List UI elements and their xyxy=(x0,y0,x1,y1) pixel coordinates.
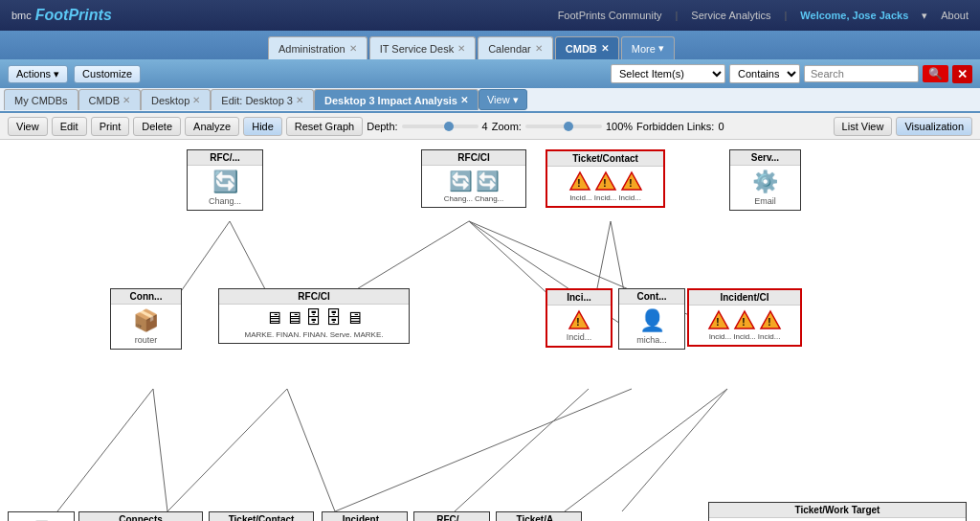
svg-text:!: ! xyxy=(768,317,770,328)
tab-it-service-desk[interactable]: IT Service Desk ✕ xyxy=(369,36,476,59)
visualization-label: Visualization xyxy=(904,121,964,132)
depth-slider[interactable] xyxy=(402,125,479,128)
node-bottom-ticket-a[interactable]: Ticket/A... 👤 xyxy=(496,511,582,521)
node-bottom-connects[interactable]: Connects 🖥 🖥 🗄 xyxy=(78,511,203,521)
tab-my-cmdbs[interactable]: My CMDBs xyxy=(4,89,78,110)
node-inci1-label: Incid... xyxy=(567,332,592,342)
router-icon: 📦 xyxy=(133,308,159,333)
node-b5-title: RFC/... xyxy=(414,512,489,521)
tab-it-service-desk-close[interactable]: ✕ xyxy=(457,43,465,54)
welcome-user[interactable]: Welcome, Jose Jacks xyxy=(800,10,908,21)
delete-button-label: Delete xyxy=(142,121,172,132)
label-serve1: Serve. xyxy=(330,330,352,339)
node-incident-ci1[interactable]: Incident/CI ! ! ! Incid... Incid... Inci… xyxy=(687,288,802,347)
search-item-select[interactable]: Select Item(s) xyxy=(611,64,725,83)
actions-button[interactable]: Actions ▾ xyxy=(8,65,68,83)
main-navigation-tabs: Administration ✕ IT Service Desk ✕ Calen… xyxy=(0,31,980,59)
node-bottom-rfc[interactable]: RFC/... 🔄 xyxy=(413,511,490,521)
node-cont1[interactable]: Cont... 👤 micha... xyxy=(618,288,685,350)
search-clear-button[interactable]: ✕ xyxy=(952,65,972,83)
search-input[interactable] xyxy=(804,65,919,82)
node-incident-ci1-labels: Incid... Incid... Incid... xyxy=(709,332,781,341)
label-incid1: Incid... xyxy=(569,193,592,202)
delete-button[interactable]: Delete xyxy=(133,117,181,136)
tab-administration[interactable]: Administration ✕ xyxy=(268,36,368,59)
hide-button[interactable]: Hide xyxy=(243,117,282,136)
tab-desktop-close[interactable]: ✕ xyxy=(192,95,200,105)
node-ticket-contact1[interactable]: Ticket/Contact ! ! ! Incid... Incid... I… xyxy=(546,149,665,208)
node-rfcci1[interactable]: RFC/CI 🔄 🔄 Chang... Chang... xyxy=(421,149,526,208)
node-rfc1[interactable]: RFC/... 🔄 Chang... xyxy=(187,149,263,211)
edit-button[interactable]: Edit xyxy=(52,117,87,136)
tab-desktop3-impact[interactable]: Desktop 3 Impact Analysis ✕ xyxy=(314,89,479,110)
print-button[interactable]: Print xyxy=(91,117,130,136)
node-bottom-ticket-contact[interactable]: Ticket/Contact 👤 xyxy=(209,511,314,521)
toolbar-right-buttons: List View Visualization xyxy=(834,117,972,136)
customize-button[interactable]: Customize xyxy=(74,65,141,83)
svg-line-8 xyxy=(57,389,153,511)
node-serv1[interactable]: Serv... ⚙️ Email xyxy=(729,149,801,211)
list-view-button[interactable]: List View xyxy=(834,117,893,136)
graph-area: RFC/... 🔄 Chang... RFC/CI 🔄 🔄 Chang... C… xyxy=(0,140,980,521)
node-conn1[interactable]: Conn... 📦 router xyxy=(110,288,182,350)
node-b2-title: Connects xyxy=(79,512,202,521)
tab-cmdb-content[interactable]: CMDB ✕ xyxy=(78,89,141,110)
node-bottom-ticket-work[interactable]: Ticket/Work Target ⏱ ⏱ ⏱ ⏱ ⏱ Work... Wor… xyxy=(708,502,967,521)
change-icon-1: 🔄 xyxy=(449,170,473,193)
node-conn1-body: 📦 router xyxy=(111,305,181,349)
node-rfcci2[interactable]: RFC/CI 🖥 🖥 🗄 🗄 🖥 MARKE. FINAN. FINAN. Se… xyxy=(218,288,410,344)
node-bottom-incident[interactable]: Incident... ! xyxy=(322,511,408,521)
tab-cmdb-label: CMDB xyxy=(566,43,597,55)
label-chang2: Chang... xyxy=(475,194,503,203)
tab-edit-desktop3-close[interactable]: ✕ xyxy=(296,95,303,105)
view-dropdown[interactable]: View ▾ xyxy=(479,89,527,110)
tab-calendar-close[interactable]: ✕ xyxy=(535,43,543,54)
tab-my-cmdbs-label: My CMDBs xyxy=(14,95,68,106)
footprints-community-link[interactable]: FootPrints Community xyxy=(558,10,662,21)
person-icon: 👤 xyxy=(639,308,665,333)
node-cont1-label: micha... xyxy=(636,335,667,345)
footprints-logo: FootPrints xyxy=(35,7,112,24)
view-button[interactable]: View xyxy=(8,117,48,136)
node-inci1[interactable]: Inci... ! Incid... xyxy=(546,288,612,348)
analyze-button[interactable]: Analyze xyxy=(185,117,239,136)
dropdown-arrow-icon: ▾ xyxy=(922,10,927,22)
node-rfc1-title: RFC/... xyxy=(188,150,262,166)
tab-edit-desktop3[interactable]: Edit: Desktop 3 ✕ xyxy=(211,89,314,110)
tab-more[interactable]: More ▾ xyxy=(621,36,675,59)
tab-desktop[interactable]: Desktop ✕ xyxy=(141,89,211,110)
tab-cmdb-close[interactable]: ✕ xyxy=(601,43,609,54)
svg-line-15 xyxy=(622,389,727,511)
search-area: Select Item(s) Contains 🔍 ✕ xyxy=(611,64,972,83)
depth-slider-thumb xyxy=(444,122,454,131)
label-incid2: Incid... xyxy=(594,193,617,202)
change-icon-2: 🔄 xyxy=(476,170,500,193)
reset-graph-button[interactable]: Reset Graph xyxy=(286,117,363,136)
gear-icon: ⚙️ xyxy=(752,170,778,194)
search-condition-select[interactable]: Contains xyxy=(729,64,800,83)
about-link[interactable]: About xyxy=(941,10,969,21)
search-go-button[interactable]: 🔍 xyxy=(923,65,948,82)
computer-bottom-icon: 🖥 xyxy=(31,516,52,521)
node-rfcci2-labels: MARKE. FINAN. FINAN. Serve. MARKE. xyxy=(245,330,384,339)
node-conn1-title: Conn... xyxy=(111,289,181,305)
node-bottom-computer[interactable]: 🖥 xyxy=(8,511,75,521)
node-serv1-title: Serv... xyxy=(730,150,800,166)
clear-icon: ✕ xyxy=(957,67,968,81)
bmc-logo: bmc xyxy=(11,10,32,21)
tab-cmdb-content-close[interactable]: ✕ xyxy=(122,95,130,105)
node-serv1-label: Email xyxy=(754,196,776,206)
visualization-button[interactable]: Visualization xyxy=(896,117,972,136)
tab-calendar[interactable]: Calendar ✕ xyxy=(478,36,553,59)
tab-cmdb[interactable]: CMDB ✕ xyxy=(555,36,619,59)
svg-line-11 xyxy=(287,389,335,511)
nav-divider2: | xyxy=(784,10,787,21)
tab-administration-close[interactable]: ✕ xyxy=(349,43,357,54)
node-rfcci1-icons: 🔄 🔄 xyxy=(449,170,500,193)
zoom-slider[interactable] xyxy=(525,125,602,128)
warn-tri-single: ! xyxy=(568,309,590,330)
tab-desktop3-impact-close[interactable]: ✕ xyxy=(460,95,468,105)
service-analytics-link[interactable]: Service Analytics xyxy=(691,10,770,21)
node-serv1-body: ⚙️ Email xyxy=(730,166,800,210)
node-incident-ci1-body: ! ! ! Incid... Incid... Incid... xyxy=(689,306,800,345)
